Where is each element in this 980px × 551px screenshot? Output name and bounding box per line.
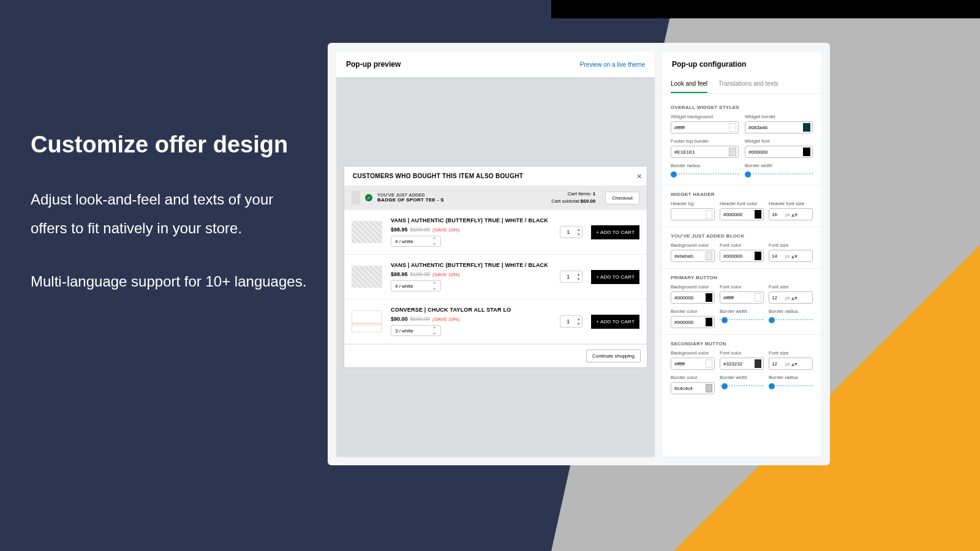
input-sbtn-font-color[interactable] xyxy=(720,358,753,369)
product-name: VANS | AUTHENTIC (BUTTERFLY) TRUE | WHIT… xyxy=(391,217,551,223)
stepper-icon[interactable]: ▴▾ xyxy=(791,362,797,365)
config-header: Pop-up configuration xyxy=(662,51,821,77)
stepper-icon[interactable]: ▴▾ xyxy=(791,296,797,299)
slider-sbtn-border-radius[interactable] xyxy=(769,382,813,391)
field-pbtn-border-width: Border width xyxy=(720,309,764,328)
slider-sbtn-border-width[interactable] xyxy=(720,382,764,391)
field-header-bg: Header bg xyxy=(671,201,715,220)
popup: × CUSTOMERS WHO BOUGHT THIS ITEM ALSO BO… xyxy=(344,166,647,368)
add-to-cart-button[interactable]: + ADD TO CART xyxy=(591,315,639,329)
variant-select[interactable]: 4 / white⌃⌄ xyxy=(391,280,441,291)
close-icon[interactable]: × xyxy=(637,171,642,181)
swatch-header-bg[interactable] xyxy=(706,210,712,219)
field-pbtn-bg: Background color xyxy=(671,284,715,304)
stepper-icon[interactable]: ▴▾ xyxy=(576,227,582,237)
field-widget-bg: Widget background xyxy=(671,114,739,133)
field-added-bg: Background color xyxy=(671,242,715,262)
input-widget-border[interactable] xyxy=(745,122,801,133)
input-footer-border[interactable] xyxy=(671,146,727,157)
product-list[interactable]: VANS | AUTHENTIC (BUTTERFLY) TRUE | WHIT… xyxy=(344,210,647,344)
config-body[interactable]: OVERALL WIDGET STYLES Widget background … xyxy=(662,94,821,457)
product-price: $90.00$100.00(SAVE 10%) xyxy=(391,316,551,322)
marketing-copy: Customize offer design Adjust look-and-f… xyxy=(31,132,312,296)
input-widget-bg[interactable] xyxy=(671,122,727,133)
quantity-stepper[interactable]: 1▴▾ xyxy=(560,226,582,238)
checkout-button[interactable]: Checkout xyxy=(605,192,639,204)
swatch-header-font-color[interactable] xyxy=(755,210,761,219)
input-header-font-size[interactable] xyxy=(769,212,785,217)
swatch-footer-border[interactable] xyxy=(729,148,736,156)
input-sbtn-font-size[interactable] xyxy=(769,361,785,367)
section-secondary-button: SECONDARY BUTTON xyxy=(671,341,813,347)
swatch-sbtn-bg[interactable] xyxy=(706,359,712,368)
stepper-icon[interactable]: ▴▾ xyxy=(576,317,582,326)
swatch-pbtn-font-color[interactable] xyxy=(755,293,761,302)
input-added-font-size[interactable] xyxy=(769,253,785,259)
field-pbtn-border-color: Border color xyxy=(671,309,715,328)
product-price: $98.95$109.95(SAVE 10%) xyxy=(391,271,551,277)
input-sbtn-border-color[interactable] xyxy=(671,383,704,394)
add-to-cart-button[interactable]: + ADD TO CART xyxy=(591,225,639,239)
quantity-stepper[interactable]: 1▴▾ xyxy=(560,315,582,328)
input-sbtn-bg[interactable] xyxy=(671,358,704,369)
stepper-icon[interactable]: ▴▾ xyxy=(576,272,582,282)
marketing-p1: Adjust look-and-feel and texts of your o… xyxy=(31,186,312,243)
swatch-pbtn-border-color[interactable] xyxy=(706,318,712,326)
swatch-added-bg[interactable] xyxy=(706,252,712,260)
stepper-icon[interactable]: ▴▾ xyxy=(791,213,797,216)
variant-select[interactable]: 3 / white⌃⌄ xyxy=(391,325,441,336)
product-thumb xyxy=(352,266,382,288)
slider-border-width[interactable] xyxy=(745,170,813,179)
added-label: YOU'VE JUST ADDED xyxy=(377,193,546,197)
input-pbtn-bg[interactable] xyxy=(671,292,704,303)
chevron-icon: ⌃⌄ xyxy=(432,328,437,334)
input-pbtn-font-color[interactable] xyxy=(720,292,753,303)
field-sbtn-border-color: Border color xyxy=(671,375,715,394)
swatch-added-font-color[interactable] xyxy=(755,252,761,260)
added-text: YOU'VE JUST ADDED BADGE OF SPORT TEE - S xyxy=(377,193,546,203)
field-header-font-color: Header font color xyxy=(720,201,764,220)
quantity-stepper[interactable]: 1▴▾ xyxy=(560,271,582,283)
slider-border-radius[interactable] xyxy=(671,170,739,179)
tab-look-and-feel[interactable]: Look and feel xyxy=(671,77,707,93)
variant-select[interactable]: 4 / white⌃⌄ xyxy=(391,236,441,247)
continue-shopping-button[interactable]: Continute shopping xyxy=(586,350,641,362)
stepper-icon[interactable]: ▴▾ xyxy=(791,255,797,258)
field-sbtn-border-radius: Border radius xyxy=(769,375,813,394)
input-added-font-color[interactable] xyxy=(720,250,753,261)
product-info: VANS | AUTHENTIC (BUTTERFLY) TRUE | WHIT… xyxy=(391,217,551,247)
config-title: Pop-up configuration xyxy=(672,60,746,69)
input-pbtn-border-color[interactable] xyxy=(671,317,704,328)
swatch-sbtn-border-color[interactable] xyxy=(706,384,712,392)
input-header-font-color[interactable] xyxy=(720,209,753,220)
field-header-font-size: Header font size px▴▾ xyxy=(769,201,813,220)
swatch-widget-bg[interactable] xyxy=(729,123,736,132)
add-to-cart-button[interactable]: + ADD TO CART xyxy=(591,270,639,284)
field-added-font-size: Font size px▴▾ xyxy=(769,242,813,262)
continue-row: Continute shopping xyxy=(344,344,647,367)
input-pbtn-font-size[interactable] xyxy=(769,295,785,301)
marketing-title: Customize offer design xyxy=(31,132,312,158)
swatch-widget-font[interactable] xyxy=(803,148,810,156)
app-window: Pop-up preview Preview on a live theme ×… xyxy=(328,43,830,465)
product-info: CONVERSE | CHUCK TAYLOR ALL STAR LO $90.… xyxy=(391,307,551,336)
bg-topbar xyxy=(551,0,980,18)
swatch-widget-border[interactable] xyxy=(803,123,810,132)
input-added-bg[interactable] xyxy=(671,250,704,261)
product-row: VANS | AUTHENTIC (BUTTERFLY) TRUE | WHIT… xyxy=(344,255,647,299)
cart-summary: Cart items: 1 Cart subtotal:$69.00 xyxy=(551,190,595,205)
field-pbtn-font-color: Font color xyxy=(720,284,764,304)
marketing-p2: Multi-language support for 10+ languages… xyxy=(31,268,312,296)
added-thumb xyxy=(352,191,360,204)
slider-pbtn-border-radius[interactable] xyxy=(769,316,813,324)
slider-pbtn-border-width[interactable] xyxy=(720,316,764,324)
input-widget-font[interactable] xyxy=(745,146,801,157)
preview-live-link[interactable]: Preview on a live theme xyxy=(580,61,645,68)
swatch-sbtn-font-color[interactable] xyxy=(755,359,761,368)
input-header-bg[interactable] xyxy=(671,209,704,220)
swatch-pbtn-bg[interactable] xyxy=(706,293,712,302)
tab-translations[interactable]: Translations and texts xyxy=(718,77,778,93)
product-name: CONVERSE | CHUCK TAYLOR ALL STAR LO xyxy=(391,307,551,313)
preview-body: × CUSTOMERS WHO BOUGHT THIS ITEM ALSO BO… xyxy=(336,77,655,457)
field-sbtn-font-color: Font color xyxy=(720,350,764,370)
